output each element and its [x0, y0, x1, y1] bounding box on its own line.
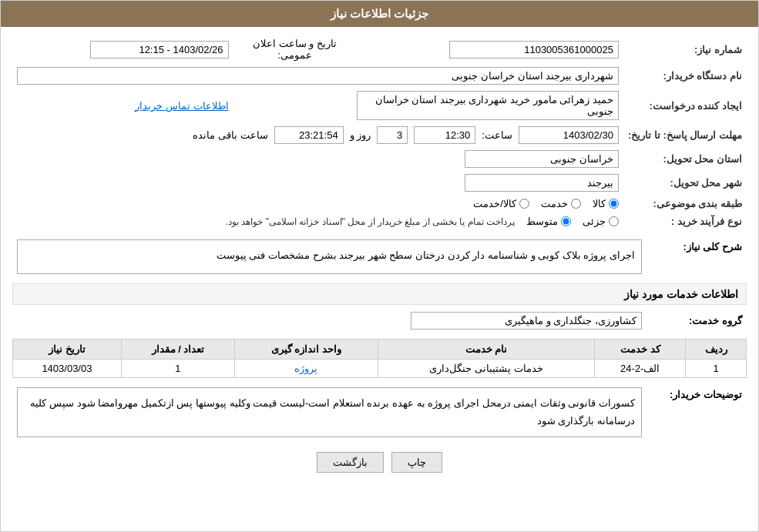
deadline-days: 3 [377, 126, 408, 144]
cell-code: الف-2-24 [595, 360, 686, 378]
buyer-org-value: شهرداری بیرجند استان خراسان جنوبی [17, 67, 619, 85]
services-table: ردیف کد خدمت نام خدمت واحد اندازه گیری ت… [12, 339, 747, 378]
cell-date: 1403/03/03 [13, 360, 122, 378]
province-label: استان محل تحویل: [623, 147, 747, 171]
services-section-title: اطلاعات خدمات مورد نیاز [12, 283, 747, 305]
table-row: مهلت ارسال پاسخ: تا تاریخ: 1403/02/30 سا… [12, 123, 747, 147]
info-table: شماره نیاز: 1103005361000025 تاریخ و ساع… [12, 35, 747, 230]
table-header-row: ردیف کد خدمت نام خدمت واحد اندازه گیری ت… [13, 340, 747, 360]
deadline-label: مهلت ارسال پاسخ: تا تاریخ: [623, 123, 747, 147]
category-option-kala[interactable]: کالا [593, 198, 619, 209]
deadline-day-label: روز و [350, 129, 371, 141]
col-name: نام خدمت [378, 340, 595, 360]
cell-count: 1 [121, 360, 234, 378]
print-button[interactable]: چاپ [391, 452, 442, 473]
purchase-type-note: پرداخت تمام یا بخشی از مبلغ خریدار از مح… [226, 216, 515, 227]
table-row: نام دستگاه خریدار: شهرداری بیرجند استان … [12, 64, 747, 88]
deadline-time: 12:30 [414, 126, 475, 144]
table-row: توضیحات خریدار: کسورات قانونی وثقات ایمن… [12, 384, 747, 440]
category-option-kala-khedmat[interactable]: کالا/خدمت [473, 198, 529, 209]
creator-contact-link[interactable]: اطلاعات تماس خریدار [135, 100, 228, 112]
deadline-time-label: ساعت: [482, 129, 512, 141]
buyer-org-label: نام دستگاه خریدار: [623, 64, 747, 88]
col-count: تعداد / مقدار [121, 340, 234, 360]
col-radif: ردیف [686, 340, 747, 360]
table-row: استان محل تحویل: خراسان جنوبی [12, 147, 747, 171]
col-unit: واحد اندازه گیری [235, 340, 378, 360]
buttons-row: چاپ بازگشت [12, 452, 747, 473]
table-row: شماره نیاز: 1103005361000025 تاریخ و ساع… [12, 35, 747, 64]
purchase-type-motavaset[interactable]: متوسط [526, 216, 571, 227]
creator-value: حمید زهرائی مامور خرید شهرداری بیرجند اس… [357, 91, 619, 120]
back-button[interactable]: بازگشت [317, 452, 384, 473]
deadline-date: 1403/02/30 [519, 126, 619, 144]
deadline-remaining-label: ساعت باقی مانده [193, 129, 267, 141]
creator-label: ایجاد کننده درخواست: [623, 88, 747, 123]
province-value: خراسان جنوبی [465, 150, 619, 168]
service-group-value: کشاورزی، جنگلداری و ماهیگیری [411, 312, 642, 330]
city-value: بیرجند [465, 174, 619, 192]
col-code: کد خدمت [595, 340, 686, 360]
description-value: اجرای پروژه بلاک کوبی و شناسنامه دار کرد… [17, 239, 642, 274]
table-row: 1 الف-2-24 خدمات پشتیبانی جنگل‌داری پروژ… [13, 360, 747, 378]
deadline-remaining-time: 23:21:54 [274, 126, 344, 144]
table-row: طبقه بندی موضوعی: کالا خدمت کالا/خدمت [12, 195, 747, 212]
table-row: شرح کلی نیاز: اجرای پروژه بلاک کوبی و شن… [12, 236, 747, 277]
col-date: تاریخ نیاز [13, 340, 122, 360]
category-radio-group: کالا خدمت کالا/خدمت [17, 198, 619, 209]
announce-datetime-value: 1403/02/26 - 12:15 [90, 41, 229, 59]
need-number-value: 1103005361000025 [449, 41, 619, 59]
buyer-notes-table: توضیحات خریدار: کسورات قانونی وثقات ایمن… [12, 384, 747, 440]
table-row: گروه خدمت: کشاورزی، جنگلداری و ماهیگیری [12, 309, 747, 333]
purchase-type-label: نوع فرآیند خرید : [623, 212, 747, 230]
service-group-table: گروه خدمت: کشاورزی، جنگلداری و ماهیگیری [12, 309, 747, 333]
table-row: شهر محل تحویل: بیرجند [12, 171, 747, 195]
announce-label: تاریخ و ساعت اعلان عمومی: [233, 35, 357, 64]
description-table: شرح کلی نیاز: اجرای پروژه بلاک کوبی و شن… [12, 236, 747, 277]
table-row: ایجاد کننده درخواست: حمید زهرائی مامور خ… [12, 88, 747, 123]
buyer-notes-value: کسورات قانونی وثقات ایمنی درمحل اجرای پر… [17, 387, 642, 437]
purchase-type-jozii[interactable]: جزئی [583, 216, 619, 227]
purchase-type-radio-group: جزئی متوسط پرداخت تمام یا بخشی از مبلغ خ… [17, 216, 619, 227]
city-label: شهر محل تحویل: [623, 171, 747, 195]
need-number-label: شماره نیاز: [623, 35, 747, 64]
buyer-notes-label: توضیحات خریدار: [646, 384, 747, 440]
cell-radif: 1 [686, 360, 747, 378]
table-row: نوع فرآیند خرید : جزئی متوسط پرداخت تمام… [12, 212, 747, 230]
page-title: جزئیات اطلاعات نیاز [331, 7, 428, 20]
service-group-label: گروه خدمت: [646, 309, 747, 333]
page-header: جزئیات اطلاعات نیاز [1, 1, 758, 27]
category-label: طبقه بندی موضوعی: [623, 195, 747, 212]
description-label: شرح کلی نیاز: [646, 236, 747, 277]
cell-name: خدمات پشتیبانی جنگل‌داری [378, 360, 595, 378]
cell-unit: پروژه [235, 360, 378, 378]
category-option-khedmat[interactable]: خدمت [541, 198, 581, 209]
